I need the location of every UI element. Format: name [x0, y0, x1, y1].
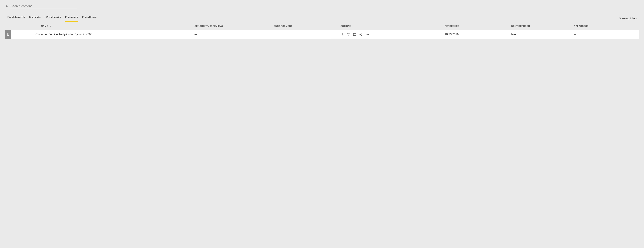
view-related-icon[interactable] [359, 33, 362, 36]
table-header-row: NAME ↑ SENSITIVITY (preview) ENDORSEMENT… [5, 22, 639, 30]
schedule-refresh-icon[interactable] [353, 33, 356, 36]
svg-rect-3 [341, 34, 341, 35]
svg-point-0 [6, 5, 8, 7]
tab-datasets[interactable]: Datasets [65, 16, 78, 22]
tabs: Dashboards Reports Workbooks Datasets Da… [0, 11, 102, 22]
dataset-icon [5, 30, 11, 39]
col-header-sensitivity[interactable]: SENSITIVITY (preview) [193, 22, 272, 30]
svg-line-14 [360, 34, 362, 34]
col-header-name[interactable]: NAME ↑ [30, 22, 193, 30]
svg-rect-7 [353, 34, 356, 36]
workspace-content-list: Dashboards Reports Workbooks Datasets Da… [0, 0, 644, 39]
svg-point-11 [360, 34, 360, 35]
tabs-row: Dashboards Reports Workbooks Datasets Da… [0, 11, 644, 22]
row-next-refresh: N/A [510, 30, 572, 39]
col-header-refreshed[interactable]: REFRESHED [443, 22, 510, 30]
row-sensitivity: — [193, 30, 272, 39]
svg-point-2 [7, 33, 9, 34]
row-api-access: -- [572, 30, 639, 39]
row-name-cell: Customer Service Analytics for Dynamics … [30, 30, 193, 39]
search-icon [6, 5, 9, 8]
tab-dataflows[interactable]: Dataflows [82, 16, 97, 22]
col-header-api-access[interactable]: API ACCESS [572, 22, 639, 30]
col-header-icon [5, 22, 30, 30]
svg-text:+: + [343, 35, 344, 36]
search-area [0, 0, 644, 11]
create-report-icon[interactable]: + [340, 33, 344, 36]
col-header-actions: ACTIONS [339, 22, 443, 30]
row-endorsement [272, 30, 339, 39]
tab-workbooks[interactable]: Workbooks [45, 16, 61, 22]
svg-point-12 [361, 33, 362, 34]
col-header-next-refresh[interactable]: NEXT REFRESH [510, 22, 572, 30]
svg-point-13 [361, 35, 362, 36]
row-actions-cell: + ••• S [339, 30, 443, 39]
svg-line-1 [8, 7, 8, 7]
svg-line-15 [360, 35, 362, 35]
search-input[interactable] [10, 4, 77, 9]
row-refreshed: 10/23/2019, [443, 30, 510, 39]
more-options-icon[interactable]: ••• [366, 33, 369, 36]
table-row[interactable]: Customer Service Analytics for Dynamics … [5, 30, 639, 39]
svg-rect-4 [342, 34, 342, 36]
tab-dashboards[interactable]: Dashboards [7, 16, 25, 22]
tab-reports[interactable]: Reports [29, 16, 41, 22]
col-header-endorsement[interactable]: ENDORSEMENT [272, 22, 339, 30]
sort-ascending-icon: ↑ [50, 25, 51, 27]
col-header-name-label: NAME [41, 25, 48, 27]
dataset-name-link[interactable]: Customer Service Analytics for Dynamics … [36, 33, 92, 36]
row-type-icon-cell [5, 30, 30, 39]
content-table: NAME ↑ SENSITIVITY (preview) ENDORSEMENT… [5, 22, 639, 39]
refresh-now-icon[interactable] [347, 33, 350, 36]
item-count: Showing 1 item [619, 17, 637, 22]
